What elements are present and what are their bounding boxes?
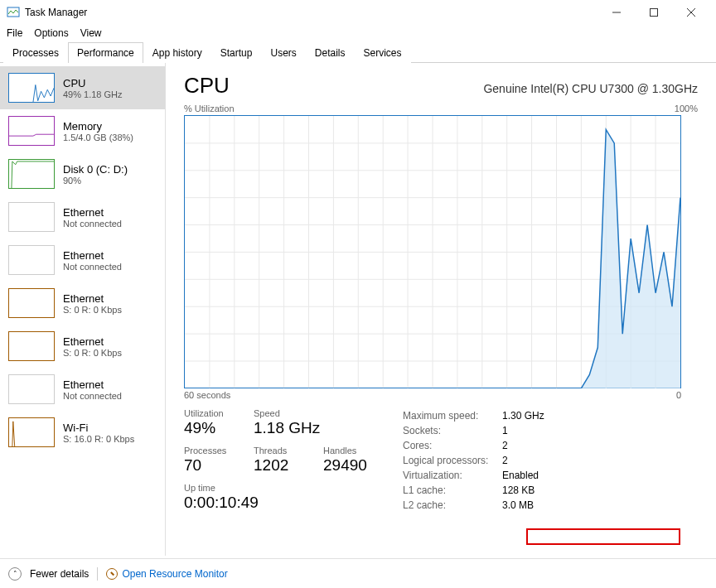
sidebar-sub: 49% 1.18 GHz bbox=[63, 89, 123, 99]
detail-value: 3.0 MB bbox=[502, 498, 534, 513]
task-manager-icon bbox=[7, 6, 20, 19]
detail-value: 2 bbox=[502, 438, 508, 453]
sidebar-title: CPU bbox=[63, 77, 123, 89]
detail-row: Virtualization:Enabled bbox=[403, 468, 544, 483]
memory-thumb bbox=[8, 116, 55, 146]
eth-thumb bbox=[8, 288, 55, 318]
detail-row: Logical processors:2 bbox=[403, 453, 544, 468]
uptime-value: 0:00:10:49 bbox=[184, 494, 308, 512]
eth-thumb bbox=[8, 202, 55, 232]
sidebar-item-ethernet-2[interactable]: EthernetNot connected bbox=[0, 239, 165, 282]
detail-row: Maximum speed:1.30 GHz bbox=[403, 408, 544, 423]
menu-file[interactable]: File bbox=[7, 27, 22, 39]
menu-view[interactable]: View bbox=[80, 27, 102, 39]
detail-value: 1 bbox=[502, 423, 508, 438]
window-title: Task Manager bbox=[25, 7, 597, 18]
detail-key: Sockets: bbox=[403, 423, 502, 438]
speed-value: 1.18 GHz bbox=[254, 419, 320, 437]
tab-performance[interactable]: Performance bbox=[68, 42, 143, 63]
resource-monitor-icon bbox=[106, 568, 118, 580]
close-button[interactable] bbox=[672, 1, 709, 24]
cpu-model-name: Genuine Intel(R) CPU U7300 @ 1.30GHz bbox=[483, 82, 698, 95]
sidebar-item-ethernet-4[interactable]: EthernetS: 0 R: 0 Kbps bbox=[0, 325, 165, 368]
sidebar-item-ethernet-5[interactable]: EthernetNot connected bbox=[0, 368, 165, 411]
chevron-up-icon[interactable]: ˄ bbox=[8, 567, 22, 581]
main-panel: CPU Genuine Intel(R) CPU U7300 @ 1.30GHz… bbox=[166, 63, 716, 556]
menu-options[interactable]: Options bbox=[34, 27, 68, 39]
detail-key: Virtualization: bbox=[403, 468, 502, 483]
detail-key: L1 cache: bbox=[403, 483, 502, 498]
sidebar-item-memory[interactable]: Memory1.5/4.0 GB (38%) bbox=[0, 109, 165, 152]
tab-app-history[interactable]: App history bbox=[143, 42, 211, 63]
handles-value: 29490 bbox=[323, 456, 375, 475]
tab-startup[interactable]: Startup bbox=[211, 42, 262, 63]
cpu-detail-list: Maximum speed:1.30 GHzSockets:1Cores:2Lo… bbox=[403, 408, 544, 513]
cpu-thumb bbox=[8, 73, 55, 103]
tab-users[interactable]: Users bbox=[261, 42, 305, 63]
tab-services[interactable]: Services bbox=[355, 42, 411, 63]
handles-label: Handles bbox=[323, 446, 375, 455]
detail-value: Enabled bbox=[502, 468, 539, 483]
detail-key: Cores: bbox=[403, 438, 502, 453]
disk-thumb bbox=[8, 159, 55, 189]
sidebar-item-ethernet-3[interactable]: EthernetS: 0 R: 0 Kbps bbox=[0, 282, 165, 325]
chart-x-left: 60 seconds bbox=[184, 390, 230, 400]
sidebar-item-ethernet-1[interactable]: EthernetNot connected bbox=[0, 195, 165, 239]
wifi-thumb bbox=[8, 417, 55, 447]
tab-processes[interactable]: Processes bbox=[3, 42, 68, 63]
tab-strip: Processes Performance App history Startu… bbox=[0, 41, 716, 63]
titlebar: Task Manager bbox=[0, 0, 716, 25]
detail-row: Cores:2 bbox=[403, 438, 544, 453]
detail-value: 128 KB bbox=[502, 483, 535, 498]
detail-row: L2 cache:3.0 MB bbox=[403, 498, 544, 513]
window-controls bbox=[597, 1, 709, 24]
threads-label: Threads bbox=[254, 446, 305, 455]
detail-key: Maximum speed: bbox=[403, 408, 502, 423]
sidebar-item-disk[interactable]: Disk 0 (C: D:)90% bbox=[0, 152, 165, 195]
fewer-details-link[interactable]: Fewer details bbox=[30, 568, 89, 580]
menubar: File Options View bbox=[0, 25, 716, 41]
performance-sidebar: CPU49% 1.18 GHz Memory1.5/4.0 GB (38%) D… bbox=[0, 63, 166, 556]
annotation-highlight bbox=[526, 528, 680, 545]
detail-row: L1 cache:128 KB bbox=[403, 483, 544, 498]
detail-value: 1.30 GHz bbox=[502, 408, 544, 423]
speed-label: Speed bbox=[254, 408, 320, 418]
content-area: CPU49% 1.18 GHz Memory1.5/4.0 GB (38%) D… bbox=[0, 63, 716, 556]
sidebar-item-cpu[interactable]: CPU49% 1.18 GHz bbox=[0, 66, 165, 109]
chart-y-max: 100% bbox=[675, 104, 698, 113]
detail-row: Sockets:1 bbox=[403, 423, 544, 438]
sidebar-item-wifi[interactable]: Wi-FiS: 16.0 R: 0 Kbps bbox=[0, 411, 165, 454]
eth-thumb bbox=[8, 245, 55, 275]
svg-rect-2 bbox=[650, 9, 657, 17]
chart-x-right: 0 bbox=[676, 390, 681, 400]
uptime-label: Up time bbox=[184, 483, 308, 493]
detail-key: L2 cache: bbox=[403, 498, 502, 513]
processes-label: Processes bbox=[184, 446, 235, 455]
chart-y-label: % Utilization bbox=[184, 104, 235, 113]
detail-key: Logical processors: bbox=[403, 453, 502, 468]
utilization-value: 49% bbox=[184, 419, 235, 437]
page-title: CPU bbox=[184, 73, 230, 99]
eth-thumb bbox=[8, 374, 55, 404]
maximize-button[interactable] bbox=[635, 1, 672, 24]
detail-value: 2 bbox=[502, 453, 508, 468]
open-resource-monitor-link[interactable]: Open Resource Monitor bbox=[106, 568, 227, 580]
footer-bar: ˄ Fewer details Open Resource Monitor bbox=[0, 558, 716, 588]
eth-thumb bbox=[8, 331, 55, 361]
tab-details[interactable]: Details bbox=[306, 42, 355, 63]
threads-value: 1202 bbox=[254, 456, 305, 475]
utilization-label: Utilization bbox=[184, 408, 235, 418]
minimize-button[interactable] bbox=[597, 1, 635, 24]
processes-value: 70 bbox=[184, 456, 235, 475]
cpu-chart[interactable] bbox=[184, 115, 681, 388]
divider bbox=[97, 567, 98, 581]
